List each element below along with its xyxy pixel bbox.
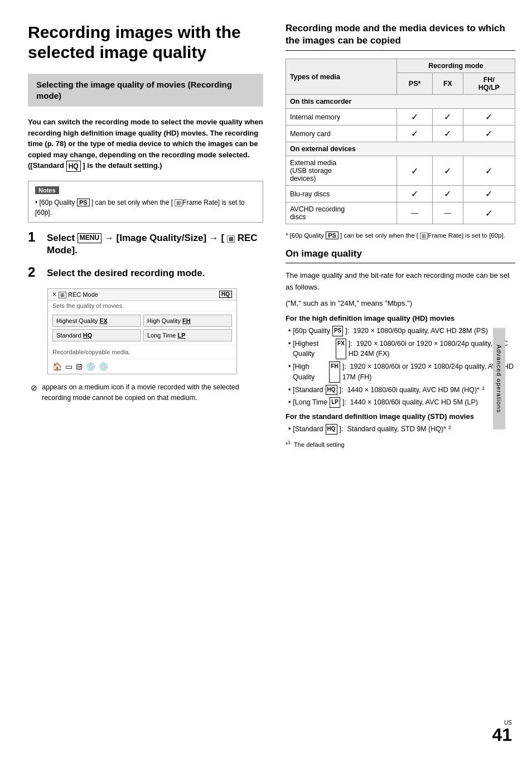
icon-bluray: 💿 [86, 362, 95, 371]
row-fh-bluray: ✓ [463, 186, 515, 202]
row-fh-memcard: ✓ [463, 126, 515, 142]
row-label-avchd: AVCHD recordingdiscs [286, 202, 396, 224]
table-row-avchd: AVCHD recordingdiscs — — ✓ [286, 202, 515, 224]
screen-hq-badge: HQ [219, 291, 232, 298]
screen-footer-label: Recordable/copyable media. [48, 345, 236, 359]
screen-btn-fx[interactable]: Highest Quality FX [52, 315, 141, 327]
quality-item-hq: [Standard HQ ]: 1440 × 1080/60i quality,… [288, 385, 515, 396]
row-ps-internal: ✓ [397, 109, 433, 126]
page-number-area: US 41 [492, 720, 512, 744]
row-fh-usb: ✓ [463, 156, 515, 186]
quality-para2: ("M," such as in "24M," means "Mbps.") [286, 298, 515, 310]
quality-subheader-std: For the standard definition image qualit… [286, 412, 515, 421]
right-column: Recording mode and the media devices to … [280, 22, 515, 735]
screen-subtitle: Sets the quality of movies. [48, 301, 236, 311]
table-row-bluray: Blu-ray discs ✓ ✓ ✓ [286, 186, 515, 202]
table-col-fx: FX [433, 73, 463, 95]
notes-label: Notes [35, 186, 59, 194]
category-this-camcorder: On this camcorder [286, 95, 515, 109]
table-row-internal-memory: Internal memory ✓ ✓ ✓ [286, 109, 515, 126]
screen-header: × ⊞ REC Mode HQ [48, 289, 236, 301]
row-label-memory-card: Memory card [286, 126, 396, 142]
screen-close-icon: × [52, 291, 56, 298]
bullet-note-text: appears on a medium icon if a movie reco… [42, 382, 263, 403]
page-title: Recording images with the selected image… [28, 22, 263, 62]
notes-text: • [60p Quality PS ] can be set only when… [35, 197, 256, 218]
row-fx-bluray: ✓ [433, 186, 463, 202]
quality-item-std-hq: [Standard HQ ]: Standard quality, STD 9M… [288, 424, 515, 435]
row-fh-internal: ✓ [463, 109, 515, 126]
no-sign-icon: ⊘ [31, 382, 38, 403]
row-ps-avchd: — [397, 202, 433, 224]
quality-item-fx: [Highest Quality FX ]: 1920 × 1080/60i o… [288, 339, 515, 360]
row-fx-memcard: ✓ [433, 126, 463, 142]
quality-list-hd: [60p Quality PS ]: 1920 × 1080/60p quali… [286, 326, 515, 408]
step-1-text: Select MENU → [Image Quality/Size] → [ ⊞… [47, 230, 263, 257]
page-container: Recording images with the selected image… [0, 0, 532, 757]
icon-sd-card: ▭ [65, 362, 72, 371]
step-2-text: Select the desired recording mode. [47, 266, 205, 279]
table-col-types: Types of media [286, 59, 396, 95]
footnote-1: *1 The default setting [286, 439, 515, 449]
quality-para1: The image quality and the bit-rate for e… [286, 270, 515, 293]
row-label-usb: External media(USB storagedevices) [286, 156, 396, 186]
side-tab: Advanced operations [493, 327, 505, 429]
screen-btn-fh[interactable]: High Quality FH [143, 315, 232, 327]
quality-item-lp: [Long Time LP ]: 1440 × 1080/60i quality… [288, 397, 515, 408]
on-image-quality-header: On image quality [286, 248, 515, 263]
notes-box: Notes • [60p Quality PS ] can be set onl… [28, 181, 263, 223]
subtitle-box: Selecting the image quality of movies (R… [28, 74, 263, 107]
row-ps-bluray: ✓ [397, 186, 433, 202]
step-1: 1 Select MENU → [Image Quality/Size] → [… [28, 230, 263, 257]
table-footnote: * [60p Quality PS ] can be set only when… [286, 231, 515, 240]
screen-mode-label: ⊞ REC Mode [59, 291, 98, 298]
table-row-usb-storage: External media(USB storagedevices) ✓ ✓ ✓ [286, 156, 515, 186]
table-col-fh-hq-lp: FH/HQ/LP [463, 73, 515, 95]
table-row-memory-card: Memory card ✓ ✓ ✓ [286, 126, 515, 142]
section-header: Recording mode and the media devices to … [286, 22, 515, 51]
quality-subheader-hd: For the high definition image quality (H… [286, 314, 515, 322]
step-2: 2 Select the desired recording mode. [28, 266, 263, 279]
row-fh-avchd: ✓ [463, 202, 515, 224]
table-col-recording-mode: Recording mode [397, 59, 515, 73]
screen-media-icons: 🏠 ▭ ⊟ 💿 💿 [48, 359, 236, 374]
quality-item-ps: [60p Quality PS ]: 1920 × 1080/60p quali… [288, 326, 515, 336]
screen-mockup: × ⊞ REC Mode HQ Sets the quality of movi… [47, 288, 237, 374]
category-external-devices: On external devices [286, 142, 515, 156]
category-cell-this: On this camcorder [286, 95, 515, 109]
recording-mode-table: Types of media Recording mode PS* FX FH/… [286, 59, 515, 224]
row-fx-usb: ✓ [433, 156, 463, 186]
left-column: Recording images with the selected image… [28, 22, 280, 735]
page-number: 41 [492, 726, 512, 744]
icon-internal: 🏠 [52, 362, 62, 371]
step-2-number: 2 [28, 266, 41, 279]
bullet-note: ⊘ appears on a medium icon if a movie re… [28, 382, 263, 403]
intro-text: You can switch the recording mode to sel… [28, 117, 263, 172]
row-fx-internal: ✓ [433, 109, 463, 126]
quality-item-fh: [High Quality FH ]: 1920 × 1080/60i or 1… [288, 361, 515, 383]
row-ps-memcard: ✓ [397, 126, 433, 142]
row-label-internal: Internal memory [286, 109, 396, 126]
icon-avchd: 💿 [99, 362, 108, 371]
screen-buttons: Highest Quality FX High Quality FH Stand… [48, 311, 236, 345]
table-col-ps: PS* [397, 73, 433, 95]
row-ps-usb: ✓ [397, 156, 433, 186]
icon-usb: ⊟ [76, 362, 83, 371]
step-1-number: 1 [28, 230, 41, 244]
screen-btn-lp[interactable]: Long Time LP [143, 329, 232, 341]
quality-list-std: [Standard HQ ]: Standard quality, STD 9M… [286, 424, 515, 435]
row-label-bluray: Blu-ray discs [286, 186, 396, 202]
screen-btn-hq[interactable]: Standard HQ [52, 329, 141, 341]
row-fx-avchd: — [433, 202, 463, 224]
category-cell-external: On external devices [286, 142, 515, 156]
